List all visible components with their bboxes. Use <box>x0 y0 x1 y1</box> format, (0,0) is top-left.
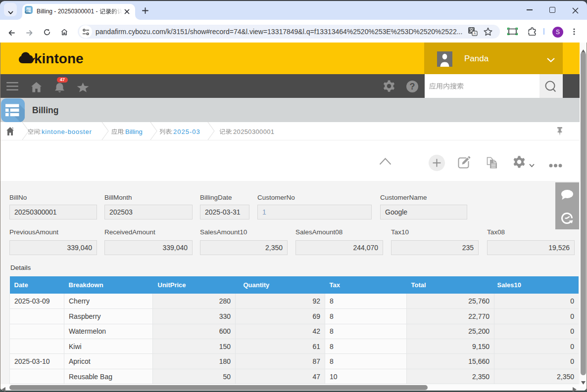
svg-text:kintone: kintone <box>34 51 84 65</box>
svg-text:A: A <box>474 32 476 35</box>
